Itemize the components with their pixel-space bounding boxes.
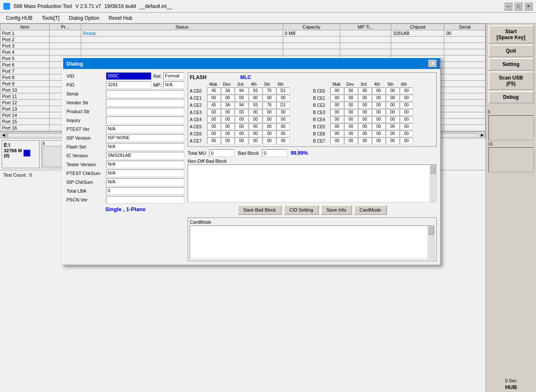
status-text: Test Count : 0 xyxy=(3,172,32,177)
maximize-button[interactable]: □ xyxy=(514,2,523,11)
total-mu-input[interactable] xyxy=(209,149,234,157)
save-bad-block-button[interactable]: Save Bad Block xyxy=(237,205,282,215)
menu-bar: Config HUB Tools[T] Dialog Option Reset … xyxy=(0,13,536,24)
debug-button[interactable]: Debug xyxy=(488,91,534,103)
menu-reset-hub[interactable]: Reset Hub xyxy=(104,14,137,22)
port-label: Port 5 xyxy=(0,56,50,62)
total-lba-value[interactable]: 0 xyxy=(106,187,184,195)
close-button[interactable]: ✕ xyxy=(524,2,533,11)
flash-a-row-label: A CE1 xyxy=(190,95,207,101)
flash-b-row: B CE3000000000000 xyxy=(313,109,435,116)
mp-value[interactable]: N/A xyxy=(163,81,184,89)
vid-value[interactable]: 090C xyxy=(106,72,151,80)
port-label: Port 9 xyxy=(0,81,50,87)
flash-cell: 3A xyxy=(221,102,234,109)
start-button[interactable]: Start[Space Key] xyxy=(488,25,534,44)
flash-cell: 00 xyxy=(358,109,371,116)
pid-value[interactable]: 3281 xyxy=(106,81,151,89)
menu-tools[interactable]: Tools[T] xyxy=(37,14,64,22)
port-label: Port 12 xyxy=(0,100,50,106)
cardmode-area xyxy=(190,225,435,259)
col-mak-b: Mak xyxy=(330,82,343,87)
scan-usb-button[interactable]: Scan USB(F5) xyxy=(488,72,534,90)
flash-b-group: Mak Dev 3rd 4th 5th 6th B CE000000000000… xyxy=(313,82,435,145)
tester-version-value[interactable]: N/A xyxy=(106,161,184,168)
flash-b-row: B CE7000000000000 xyxy=(313,138,435,144)
group16-label: 16 xyxy=(488,141,493,146)
ptest-chksum-label: PTEST ChkSum xyxy=(66,171,104,176)
port-label: Port 16 xyxy=(0,125,50,131)
hscroll-right[interactable]: ▶ xyxy=(479,132,486,138)
hscroll-left[interactable]: ◀ xyxy=(0,132,7,138)
col-4th-a: 4th xyxy=(247,82,260,87)
flash-cell: 00 xyxy=(235,130,248,137)
setting-button[interactable]: Setting xyxy=(488,58,534,71)
ptest-ver-row: PTEST Ver N/A xyxy=(66,125,184,133)
port-mptime xyxy=(340,30,391,37)
title-bar-controls: — □ ✕ xyxy=(504,2,533,11)
port-serial xyxy=(444,81,486,87)
pscn-ver-value[interactable] xyxy=(106,196,184,204)
serial-label: Serial xyxy=(66,91,104,96)
flash-cell: 00 xyxy=(249,130,262,137)
rel-value[interactable]: Formal xyxy=(163,72,184,80)
col-dev-a: Dev xyxy=(220,82,234,87)
port-mptime xyxy=(340,49,391,56)
ic-version-value[interactable]: SM3281AB xyxy=(106,152,184,159)
menu-config-hub[interactable]: Config HUB xyxy=(2,14,37,22)
save-info-button[interactable]: Save Info xyxy=(321,205,352,215)
flash-b-row: B CE2000000000000 xyxy=(313,102,435,109)
drive-label: E:\ xyxy=(4,142,37,148)
flash-title: FLASH xyxy=(190,74,207,80)
flash-a-row-label: A CE6 xyxy=(190,130,207,137)
port-label: Port 4 xyxy=(0,49,50,56)
port-mptime xyxy=(340,43,391,49)
dialog[interactable]: Dialog ✕ VID 090C Rel: Formal PID 3281 M… xyxy=(62,57,441,265)
dialog-close-button[interactable]: ✕ xyxy=(428,60,437,67)
flash-cell: 00 xyxy=(344,95,358,101)
total-row: Total MU Bad Block 99.99% xyxy=(188,149,437,157)
flash-a-row-label: A CE0 xyxy=(190,87,207,94)
ptest-ver-value[interactable]: N/A xyxy=(106,125,184,133)
flash-cell: 00 xyxy=(235,109,248,116)
port-serial xyxy=(444,37,486,43)
log-scrollbar[interactable] xyxy=(430,165,436,202)
flash-cell: 93 xyxy=(249,87,262,94)
inquiry-value[interactable] xyxy=(106,117,184,124)
product-str-value[interactable] xyxy=(106,108,184,115)
flash-cell: 00 xyxy=(249,116,262,123)
isp-version-value[interactable]: ISP NONE xyxy=(106,134,184,142)
port-label: Port 6 xyxy=(0,62,50,68)
flash-b-row: B CE0000000000000 xyxy=(313,87,435,94)
flash-set-value[interactable]: N/A xyxy=(106,143,184,151)
col-dev-b: Dev xyxy=(343,82,357,87)
table-row: Port 2 xyxy=(0,37,486,43)
flash-b-row-label: B CE4 xyxy=(313,116,330,123)
minimize-button[interactable]: — xyxy=(504,2,512,11)
ptest-chksum-value[interactable]: N/A xyxy=(106,170,184,177)
flash-grid: Mak Dev 3rd 4th 5th 6th A CE0453A949376D… xyxy=(190,82,435,145)
table-row: Port 3 xyxy=(0,43,486,49)
serial-value[interactable] xyxy=(106,90,184,98)
bad-block-input[interactable] xyxy=(262,149,287,157)
flash-cell: D1 xyxy=(276,102,290,109)
vendor-str-value[interactable] xyxy=(106,99,184,106)
quit-button[interactable]: Quit xyxy=(488,45,534,57)
flash-cell: 00 xyxy=(372,130,385,137)
flash-a-row-label: A CE4 xyxy=(190,116,207,123)
cardmode-scrollbar[interactable] xyxy=(427,226,434,259)
flash-cell: 00 xyxy=(344,102,358,109)
port-status: Ready xyxy=(81,30,283,37)
flash-cell: 00 xyxy=(400,87,413,94)
cid-setting-button[interactable]: CID Setting xyxy=(284,205,319,215)
isp-chksum-value[interactable]: N/A xyxy=(106,178,184,186)
menu-dialog-option[interactable]: Dialog Option xyxy=(64,14,103,22)
flash-b-row-label: B CE3 xyxy=(313,109,330,116)
flash-cell: 00 xyxy=(386,87,399,94)
info-panel: VID 090C Rel: Formal PID 3281 MP: N/A Se… xyxy=(66,72,184,261)
flash-cell: 00 xyxy=(400,109,413,116)
flash-cell: 00 xyxy=(330,138,344,144)
port-label: Port 8 xyxy=(0,74,50,81)
card-mode-button[interactable]: CardMode xyxy=(354,205,387,215)
flash-cell: 00 xyxy=(400,95,413,101)
